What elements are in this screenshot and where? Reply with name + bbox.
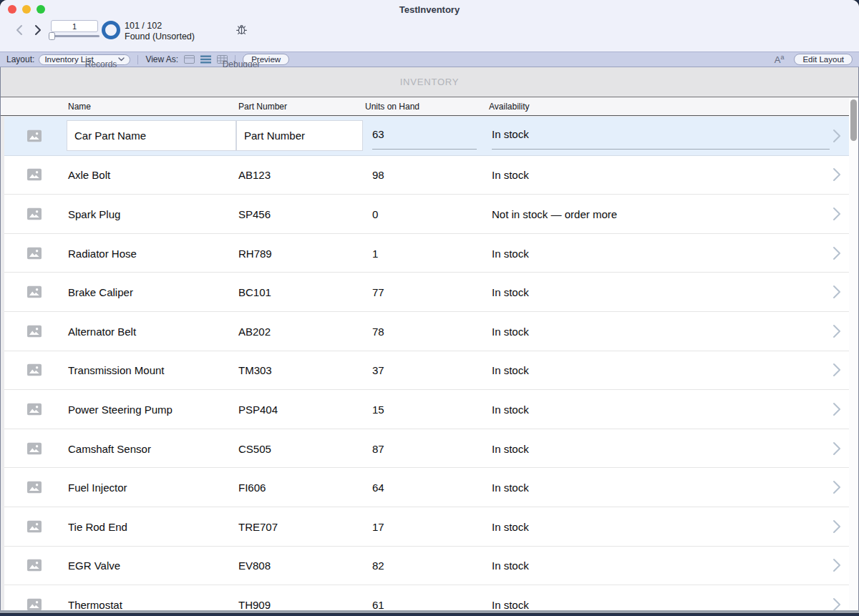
record-units-field[interactable]: 98 xyxy=(372,169,384,181)
list-view-icon-active[interactable] xyxy=(200,55,211,64)
record-units-field[interactable]: 17 xyxy=(372,520,384,532)
record-units-field[interactable]: 0 xyxy=(372,207,378,220)
form-view-icon[interactable] xyxy=(184,55,195,64)
record-units-field[interactable]: 61 xyxy=(372,598,384,610)
record-availability-field[interactable]: In stock xyxy=(492,325,529,337)
record-units-field[interactable]: 87 xyxy=(372,442,384,454)
record-units-field[interactable]: 82 xyxy=(372,559,384,572)
record-part-number-field[interactable]: TM303 xyxy=(238,364,272,376)
record-row[interactable]: Alternator Belt AB202 78 In stock xyxy=(4,312,849,351)
record-row[interactable]: Car Part Name Part Number 63 In stock xyxy=(4,117,849,156)
record-name-field[interactable]: Spark Plug xyxy=(68,207,120,220)
record-name-field[interactable]: Fuel Injector xyxy=(68,481,127,494)
record-name-field[interactable]: Alternator Belt xyxy=(68,325,136,337)
record-row[interactable]: Axle Bolt AB123 98 In stock xyxy=(4,156,849,195)
chevron-right-icon[interactable] xyxy=(833,402,841,416)
record-part-number-field[interactable]: TH909 xyxy=(238,598,271,610)
record-row[interactable]: Brake Caliper BC101 77 In stock xyxy=(4,273,849,312)
record-name-field[interactable]: Transmission Mount xyxy=(68,364,165,376)
record-name-field[interactable]: Power Steering Pump xyxy=(68,403,173,415)
record-availability-field[interactable]: In stock xyxy=(492,364,529,376)
formatting-bar-icon[interactable]: Aa xyxy=(775,54,785,65)
chevron-right-icon[interactable] xyxy=(833,129,841,143)
image-placeholder-icon xyxy=(27,286,42,298)
scrollbar-thumb[interactable] xyxy=(850,99,857,141)
record-availability-field[interactable]: In stock xyxy=(492,481,529,494)
record-units-field[interactable]: 37 xyxy=(372,364,384,376)
record-availability-field[interactable]: In stock xyxy=(492,247,529,259)
record-part-number-field[interactable]: FI606 xyxy=(238,481,266,494)
record-row[interactable]: Power Steering Pump PSP404 15 In stock xyxy=(4,390,849,429)
record-units-field[interactable]: 63 xyxy=(372,120,477,150)
chevron-right-icon[interactable] xyxy=(833,597,841,610)
current-record-input[interactable] xyxy=(51,20,98,32)
record-part-number-field[interactable]: TRE707 xyxy=(238,520,278,532)
vertical-scrollbar[interactable] xyxy=(849,98,858,610)
edit-layout-button[interactable]: Edit Layout xyxy=(794,54,853,65)
record-part-number-field[interactable]: CS505 xyxy=(238,442,271,454)
record-units-field[interactable]: 77 xyxy=(372,286,384,298)
chevron-right-icon[interactable] xyxy=(833,324,841,338)
record-units-field[interactable]: 78 xyxy=(372,325,384,337)
record-part-number-field[interactable]: AB123 xyxy=(238,169,271,181)
found-count: 101 / 102 xyxy=(125,21,195,31)
chevron-right-icon[interactable] xyxy=(833,285,841,299)
chevron-right-icon[interactable] xyxy=(833,363,841,377)
record-row[interactable]: Tie Rod End TRE707 17 In stock xyxy=(4,507,849,547)
forward-chevron-icon xyxy=(34,24,42,36)
record-name-field[interactable]: Camshaft Sensor xyxy=(68,442,151,454)
chevron-right-icon[interactable] xyxy=(833,480,841,494)
column-header-name: Name xyxy=(68,102,91,112)
record-availability-field[interactable]: In stock xyxy=(492,598,529,610)
record-row[interactable]: Camshaft Sensor CS505 87 In stock xyxy=(4,429,849,469)
previous-record-button[interactable] xyxy=(13,23,26,37)
record-part-number-field[interactable]: BC101 xyxy=(238,286,271,298)
chevron-right-icon[interactable] xyxy=(833,441,841,456)
layout-content: INVENTORY Name Part Number Units on Hand… xyxy=(0,67,859,610)
record-name-field[interactable]: Thermostat xyxy=(68,598,122,610)
record-row[interactable]: Thermostat TH909 61 In stock xyxy=(4,585,849,610)
image-placeholder-icon xyxy=(27,364,42,376)
chevron-right-icon[interactable] xyxy=(833,519,841,534)
found-set-donut-icon[interactable] xyxy=(102,21,120,39)
debugger-button[interactable] xyxy=(216,23,266,39)
record-availability-field[interactable]: In stock xyxy=(492,442,529,454)
record-units-field[interactable]: 15 xyxy=(372,403,384,415)
image-placeholder-icon xyxy=(27,403,42,415)
record-availability-field[interactable]: In stock xyxy=(492,403,529,415)
record-name-field[interactable]: Brake Caliper xyxy=(68,286,133,298)
chevron-right-icon[interactable] xyxy=(833,207,841,221)
chevron-right-icon[interactable] xyxy=(833,167,841,182)
record-part-number-field[interactable]: RH789 xyxy=(238,247,272,259)
record-part-number-field[interactable]: EV808 xyxy=(238,559,271,572)
record-part-number-field[interactable]: AB202 xyxy=(238,325,271,337)
next-record-button[interactable] xyxy=(31,23,44,37)
record-row[interactable]: Spark Plug SP456 0 Not in stock — order … xyxy=(4,195,849,234)
window-title: TestInventory xyxy=(0,0,859,19)
record-availability-field[interactable]: In stock xyxy=(492,169,529,181)
record-row[interactable]: Radiator Hose RH789 1 In stock xyxy=(4,234,849,273)
record-row[interactable]: EGR Valve EV808 82 In stock xyxy=(4,547,849,586)
record-availability-field[interactable]: In stock xyxy=(492,559,529,572)
record-availability-field[interactable]: In stock xyxy=(492,120,830,150)
record-row[interactable]: Transmission Mount TM303 37 In stock xyxy=(4,351,849,391)
record-availability-field[interactable]: Not in stock — order more xyxy=(492,207,617,220)
record-slider-thumb[interactable] xyxy=(49,32,55,40)
record-name-field[interactable]: Tie Rod End xyxy=(68,520,127,532)
record-name-field[interactable]: Car Part Name xyxy=(67,120,236,151)
record-name-field[interactable]: Radiator Hose xyxy=(68,247,137,259)
record-units-field[interactable]: 64 xyxy=(372,481,384,494)
record-row[interactable]: Fuel Injector FI606 64 In stock xyxy=(4,468,849,507)
record-part-number-field[interactable]: PSP404 xyxy=(238,403,278,415)
chevron-right-icon[interactable] xyxy=(833,246,841,260)
record-part-number-field[interactable]: SP456 xyxy=(238,207,271,220)
record-units-field[interactable]: 1 xyxy=(372,247,378,259)
chevron-right-icon[interactable] xyxy=(833,558,841,572)
record-slider[interactable] xyxy=(49,35,100,37)
image-placeholder-icon xyxy=(27,520,42,532)
record-availability-field[interactable]: In stock xyxy=(492,520,529,532)
record-name-field[interactable]: EGR Valve xyxy=(68,559,120,572)
record-availability-field[interactable]: In stock xyxy=(492,286,529,298)
record-name-field[interactable]: Axle Bolt xyxy=(68,169,110,181)
record-part-number-field[interactable]: Part Number xyxy=(236,120,363,151)
